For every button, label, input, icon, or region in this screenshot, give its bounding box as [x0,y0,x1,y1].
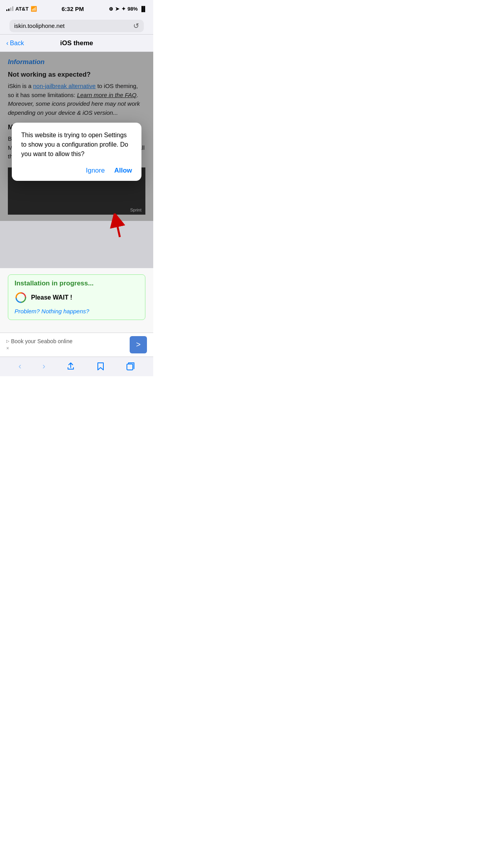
browser-forward-button[interactable]: › [42,361,45,371]
url-bar[interactable]: iskin.tooliphone.net ↺ [9,20,144,32]
dialog-message: This website is trying to open Settings … [21,131,132,159]
ad-text: Book your Seabob online [11,338,72,344]
location-icon: ⊕ [109,6,113,12]
nav-title: iOS theme [60,39,93,47]
tabs-button[interactable] [126,362,135,371]
back-button[interactable]: ‹ Back [0,40,30,47]
page-content: Information Not working as expected? iSk… [0,52,153,357]
share-button[interactable] [66,362,75,371]
ad-close-icon[interactable]: × [6,346,9,351]
spinner-icon [15,291,27,304]
progress-title: Installation in progress... [15,280,139,287]
status-bar: AT&T 📶 6:32 PM ⊕ ➤ ✦ 98% ▐▌ [0,0,153,17]
bookmarks-button[interactable] [96,362,105,371]
progress-wait: Please WAIT ! [15,291,139,304]
back-chevron-icon: ‹ [6,40,8,47]
battery-icon: ▐▌ [140,6,147,12]
wait-text: Please WAIT ! [31,294,72,301]
ad-content: ▷ Book your Seabob online × [6,338,130,351]
battery-percent: 98% [128,6,138,12]
ad-bar: ▷ Book your Seabob online × > [0,333,153,357]
bottom-section: Installation in progress... Please WAIT … [0,268,153,333]
status-time: 6:32 PM [62,6,84,12]
dialog-overlay: This website is trying to open Settings … [0,52,153,221]
wifi-icon: 📶 [31,6,37,12]
location-arrow-icon: ➤ [115,6,119,12]
nav-bar: ‹ Back iOS theme [0,35,153,52]
progress-section: Installation in progress... Please WAIT … [8,274,145,320]
signal-bars-icon [6,6,13,11]
browser-back-button[interactable]: ‹ [18,361,21,371]
allow-button[interactable]: Allow [114,167,132,175]
reload-icon[interactable]: ↺ [133,22,139,30]
carrier-label: AT&T [15,6,29,12]
svg-line-1 [116,219,120,237]
ignore-button[interactable]: Ignore [86,167,105,175]
status-left: AT&T 📶 [6,6,37,12]
status-right: ⊕ ➤ ✦ 98% ▐▌ [109,6,147,12]
dialog-buttons: Ignore Allow [21,167,132,175]
back-label: Back [10,40,24,47]
ad-play-icon: ▷ [6,339,9,343]
dialog: This website is trying to open Settings … [12,123,141,181]
bluetooth-icon: ✦ [121,6,126,12]
bottom-toolbar: ‹ › [0,357,153,376]
red-arrow-annotation [108,213,132,243]
content-wrapper: Information Not working as expected? iSk… [0,52,153,221]
url-text: iskin.tooliphone.net [14,22,64,29]
browser-bar: iskin.tooliphone.net ↺ [0,17,153,35]
svg-rect-3 [127,364,133,370]
problem-link[interactable]: Problem? Nothing happens? [15,308,89,314]
ad-arrow-button[interactable]: > [130,336,147,353]
